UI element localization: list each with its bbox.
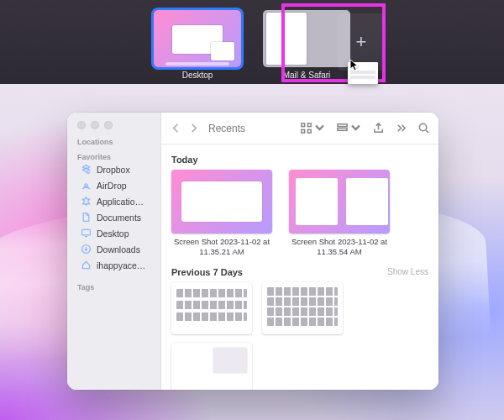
sidebar-section-tags: Tags [67, 281, 160, 291]
sidebar-item-downloads[interactable]: Downloads [71, 241, 157, 257]
sidebar-section-locations: Locations [67, 136, 160, 146]
file-thumbnail [171, 343, 252, 390]
mc-thumb-desktop[interactable] [154, 10, 241, 67]
finder-content[interactable]: Today Screen Shot 2023-11-02 at 11.35.21… [161, 144, 438, 390]
back-button[interactable] [170, 122, 182, 134]
finder-main: Recents Today [161, 113, 438, 390]
file-item[interactable] [262, 282, 343, 334]
file-item[interactable] [171, 282, 252, 334]
show-less-button[interactable]: Show Less [387, 267, 428, 276]
mission-control-bar: Desktop Mail & Safari + [0, 0, 504, 84]
sidebar-item-home[interactable]: ihappyace… [71, 257, 157, 273]
sidebar-item-label: Downloads [97, 244, 140, 255]
plus-icon: + [356, 33, 367, 51]
minimize-button[interactable] [91, 121, 99, 129]
file-thumbnail [171, 282, 252, 334]
forward-button[interactable] [187, 122, 200, 134]
airdrop-icon [81, 180, 92, 191]
file-thumbnail [262, 282, 343, 334]
chevron-down-icon [349, 122, 362, 134]
nav-buttons [170, 122, 200, 134]
svg-rect-6 [307, 129, 311, 133]
file-item[interactable] [171, 343, 252, 390]
finder-toolbar: Recents [161, 113, 438, 144]
more-button[interactable] [395, 122, 407, 134]
close-button[interactable] [77, 121, 86, 129]
group-button[interactable] [336, 122, 362, 134]
svg-point-9 [419, 123, 426, 130]
zoom-button[interactable] [104, 121, 113, 129]
dragged-window-tile [348, 62, 378, 84]
file-name: Screen Shot 2023-11-02 at 11.35.54 AM [289, 237, 390, 257]
mc-label: Mail & Safari [283, 71, 331, 80]
mc-space-desktop[interactable]: Desktop [154, 10, 241, 84]
svg-rect-1 [82, 229, 91, 235]
file-thumbnail [289, 170, 390, 234]
dropbox-icon [81, 164, 92, 175]
group-title-today: Today [171, 155, 198, 165]
file-grid-prev7 [171, 282, 428, 390]
applications-icon [81, 196, 92, 207]
svg-rect-3 [302, 123, 305, 127]
chevron-down-icon [313, 122, 326, 134]
downloads-icon [81, 244, 92, 255]
sidebar-item-label: ihappyace… [97, 260, 145, 270]
share-button[interactable] [372, 122, 385, 134]
finder-title: Recents [208, 123, 291, 134]
documents-icon [81, 212, 92, 223]
sidebar-item-label: Dropbox [97, 165, 130, 175]
finder-sidebar: Locations Favorites Dropbox AirDrop Appl… [67, 113, 161, 390]
search-button[interactable] [417, 122, 430, 134]
file-name: Screen Shot 2023-11-02 at 11.35.21 AM [171, 237, 272, 257]
file-grid-today: Screen Shot 2023-11-02 at 11.35.21 AM Sc… [171, 170, 428, 257]
sidebar-item-dropbox[interactable]: Dropbox [71, 161, 157, 177]
view-icon-button[interactable] [300, 122, 326, 134]
sidebar-item-applications[interactable]: Applicatio… [71, 193, 157, 209]
sidebar-item-label: Desktop [97, 228, 129, 239]
svg-rect-7 [338, 124, 347, 127]
sidebar-item-desktop[interactable]: Desktop [71, 225, 157, 241]
sidebar-item-label: Applicatio… [97, 197, 144, 207]
svg-rect-8 [338, 129, 347, 131]
mc-label: Desktop [182, 71, 213, 80]
finder-window[interactable]: Locations Favorites Dropbox AirDrop Appl… [67, 113, 438, 390]
file-thumbnail [171, 170, 272, 234]
sidebar-section-favorites: Favorites [67, 151, 160, 161]
desktop-icon [81, 228, 92, 239]
file-item[interactable]: Screen Shot 2023-11-02 at 11.35.54 AM [289, 170, 390, 257]
window-controls[interactable] [67, 113, 160, 136]
group-title-prev7: Previous 7 Days [171, 267, 243, 277]
svg-rect-4 [307, 123, 311, 127]
file-item[interactable]: Screen Shot 2023-11-02 at 11.35.21 AM [171, 170, 272, 257]
home-icon [81, 260, 92, 270]
sidebar-item-label: AirDrop [97, 181, 127, 191]
grid-view-icon [300, 122, 312, 134]
group-icon [336, 122, 349, 134]
sidebar-item-label: Documents [97, 213, 141, 223]
svg-rect-5 [302, 129, 305, 133]
sidebar-item-airdrop[interactable]: AirDrop [71, 177, 157, 193]
sidebar-item-documents[interactable]: Documents [71, 209, 157, 225]
